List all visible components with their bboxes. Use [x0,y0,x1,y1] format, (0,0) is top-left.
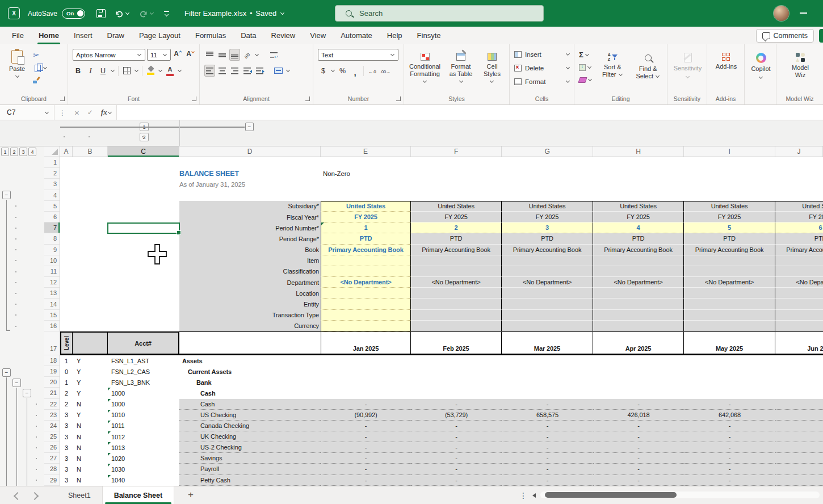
cell-C15[interactable] [108,310,179,321]
formula-input[interactable] [116,105,823,120]
value-J23[interactable] [775,410,823,421]
filter-value-classification-J[interactable] [775,266,823,277]
column-header-D[interactable]: D [179,146,321,157]
cell-D1[interactable] [179,157,321,168]
underline-button[interactable]: U [98,65,108,77]
autosum-button[interactable]: Σ [579,49,593,60]
filter-value-period-range-H[interactable]: PTD [593,233,684,244]
cell-B10[interactable] [73,255,108,266]
align-right-button[interactable] [229,65,240,77]
row-group-collapse-button[interactable] [23,389,31,397]
filter-value-location-E[interactable] [321,288,411,299]
sheet-tab-balance-sheet[interactable]: Balance Sheet [103,486,174,504]
value-I28[interactable]: - [684,464,775,474]
value-E26[interactable]: - [321,442,411,453]
filter-value-subsidiary-G[interactable]: United States [502,201,593,212]
filter-value-transaction-type-E[interactable] [321,310,411,321]
filter-value-classification-G[interactable] [502,266,593,277]
filter-value-fiscal-year-F[interactable]: FY 2025 [411,212,502,222]
cell-C2[interactable] [108,168,179,179]
row-group-collapse-button[interactable] [2,368,11,377]
cell-A15[interactable] [60,310,73,321]
value-E22[interactable]: - [321,399,411,410]
font-color-button[interactable] [165,65,175,77]
flag-29[interactable]: N [73,475,108,486]
cell-C11[interactable] [108,266,179,277]
wrap-text-button[interactable] [268,49,279,61]
value-G24[interactable]: - [502,421,593,431]
row-header-2[interactable]: 2 [44,168,60,179]
flag-24[interactable]: N [73,421,108,431]
acct-fsn-l1-ast-18[interactable]: FSN_L1_AST [108,355,179,366]
value-F28[interactable]: - [411,464,502,474]
insert-cells-button[interactable]: Insert [514,48,570,61]
level-19[interactable]: 0 [60,366,73,377]
cell-E4[interactable] [321,190,411,201]
cell-G4[interactable] [502,190,593,201]
row-header-21[interactable]: 21 [44,388,60,398]
cell-F3[interactable] [411,179,502,190]
acct-1040-29[interactable]: 1040 [108,475,179,486]
ribbon-tab-help[interactable]: Help [380,27,410,44]
clipboard-dialog-launcher[interactable] [60,96,65,101]
account-name-payroll-28[interactable]: Payroll [179,464,321,474]
level-28[interactable]: 3 [60,464,73,474]
filter-value-location-G[interactable] [502,288,593,299]
cell-G1[interactable] [502,157,593,168]
value-J19[interactable] [775,366,823,377]
cell-B16[interactable] [73,321,108,331]
sensitivity-button[interactable]: Sensitivity [671,49,705,79]
value-I22[interactable]: - [684,399,775,410]
cell-A9[interactable] [60,245,73,255]
value-H25[interactable]: - [593,431,684,442]
ribbon-tab-home[interactable]: Home [31,27,66,44]
cell-A11[interactable] [60,266,73,277]
cell-C9[interactable] [108,245,179,255]
row-header-18[interactable]: 18 [44,355,60,366]
account-name-cash-21[interactable]: Cash [179,388,321,398]
filter-value-book-J[interactable]: Primary Accounting Book [775,245,823,255]
autosave-toggle[interactable]: On [62,9,85,19]
filter-value-location-F[interactable] [411,288,502,299]
currency-format-button[interactable]: $ [318,65,329,77]
cell-A12[interactable] [60,277,73,288]
horizontal-scrollbar-thumb[interactable] [545,492,677,498]
value-F25[interactable]: - [411,431,502,442]
cell-B1[interactable] [73,157,108,168]
column-header-H[interactable]: H [593,146,684,157]
value-I20[interactable] [684,377,775,388]
comments-button[interactable]: Comments [756,29,814,43]
row-header-8[interactable]: 8 [44,233,60,244]
filter-value-book-G[interactable]: Primary Accounting Book [502,245,593,255]
row-header-1[interactable]: 1 [44,157,60,168]
value-J28[interactable] [775,464,823,474]
filter-value-department-G[interactable]: <No Department> [502,277,593,288]
doc-subtitle[interactable]: As of January 31, 2025 [179,179,321,190]
filter-value-period-range-G[interactable]: PTD [502,233,593,244]
filter-value-subsidiary-J[interactable]: United States [775,201,823,212]
value-J21[interactable] [775,388,823,398]
filter-value-fiscal-year-J[interactable]: FY 2025 [775,212,823,222]
cell-A2[interactable] [60,168,73,179]
filter-value-fiscal-year-E[interactable]: FY 2025 [321,212,411,222]
value-E28[interactable]: - [321,464,411,474]
document-title[interactable]: Filter Example.xlsx Saved [184,9,285,18]
filter-value-currency-G[interactable] [502,321,593,331]
filter-value-book-I[interactable]: Primary Accounting Book [684,245,775,255]
value-H19[interactable] [593,366,684,377]
cell-C14[interactable] [108,299,179,309]
cell-I1[interactable] [684,157,775,168]
cell-A8[interactable] [60,233,73,244]
sheet-tab-sheet1[interactable]: Sheet1 [57,486,103,504]
value-H20[interactable] [593,377,684,388]
level-25[interactable]: 3 [60,431,73,442]
filter-value-period-number-G[interactable]: 3 [502,222,593,233]
quick-access-toolbar-icon[interactable] [163,11,170,16]
flag-18[interactable]: Y [73,355,108,366]
filter-value-transaction-type-F[interactable] [411,310,502,321]
filter-value-transaction-type-J[interactable] [775,310,823,321]
column-header-B[interactable]: B [73,146,108,157]
minimize-button[interactable] [800,12,807,14]
value-G29[interactable]: - [502,475,593,486]
filter-value-currency-F[interactable] [411,321,502,331]
